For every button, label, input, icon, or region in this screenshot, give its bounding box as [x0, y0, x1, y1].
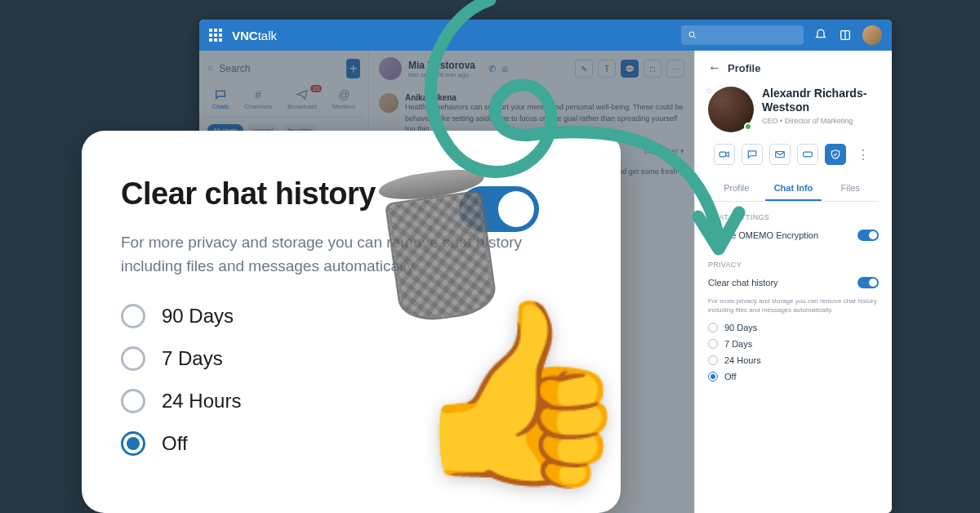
edit-icon[interactable]: ✎	[575, 60, 593, 78]
badge: 23	[310, 85, 322, 92]
chat-last-seen: last seen 28 min ago	[408, 71, 475, 78]
profile-name: Alexandr Richards-Westson	[762, 87, 879, 114]
bell-icon[interactable]	[813, 28, 828, 42]
text-icon[interactable]: T	[598, 60, 616, 78]
tab-files[interactable]: Files	[822, 176, 879, 201]
thumbs-up-icon: 👍	[408, 302, 632, 482]
mail-icon[interactable]	[769, 144, 791, 165]
tab-chat-info[interactable]: Chat Info	[765, 176, 822, 201]
svg-point-4	[208, 66, 212, 69]
chat-icon[interactable]	[742, 144, 763, 165]
profile-header-label: Profile	[728, 62, 760, 74]
tab-mention[interactable]: @Mention	[332, 88, 355, 110]
radio-24-hours[interactable]: 24 Hours	[708, 355, 879, 365]
tab-profile[interactable]: Profile	[708, 176, 765, 201]
phone-icon[interactable]: ✆	[488, 64, 496, 74]
brand-logo: VNCtalk	[232, 29, 277, 42]
video-call-icon[interactable]	[714, 144, 735, 165]
user-avatar[interactable]	[862, 25, 882, 45]
tab-broadcast[interactable]: Broadcast23	[287, 88, 317, 110]
svg-point-0	[689, 32, 694, 37]
tab-channels[interactable]: #Channels	[244, 88, 272, 110]
camera-icon[interactable]: □	[644, 60, 662, 78]
clear-history-toggle[interactable]	[858, 277, 879, 288]
chat-name: Mia Nestorova	[408, 60, 475, 71]
radio-off[interactable]: Off	[708, 372, 879, 381]
section-chat-settings: CHAT SETTINGS	[708, 213, 879, 221]
omemo-label: Enable OMEMO Encryption	[708, 230, 818, 240]
book-icon[interactable]	[838, 28, 853, 42]
apps-grid-icon[interactable]	[209, 29, 222, 42]
clear-history-label: Clear chat history	[708, 278, 778, 288]
presence-indicator	[744, 123, 752, 131]
message-avatar	[379, 93, 399, 113]
chat-bubble-icon[interactable]: 💬	[621, 60, 639, 78]
topbar: VNCtalk	[199, 20, 892, 51]
search-icon	[207, 64, 214, 74]
omemo-toggle[interactable]	[858, 230, 879, 241]
modal-description: For more privacy and storage you can rem…	[121, 231, 578, 278]
shield-check-icon[interactable]	[825, 144, 846, 165]
profile-avatar[interactable]	[708, 87, 754, 132]
svg-rect-8	[803, 152, 812, 157]
clear-history-desc: For more privacy and storage you can rem…	[708, 297, 879, 314]
svg-rect-6	[719, 152, 726, 157]
profile-panel: ← Profile ☆ Alexandr Richards-Westson CE…	[694, 51, 892, 513]
more-icon[interactable]: ⋯	[666, 60, 684, 78]
add-button[interactable]: +	[346, 59, 360, 78]
radio-7-days[interactable]: 7 Days	[708, 339, 879, 349]
sidebar-search-input[interactable]	[219, 63, 341, 74]
radio-90-days[interactable]: 90 Days	[708, 323, 879, 332]
clear-history-options: 90 Days 7 Days 24 Hours Off	[708, 323, 879, 381]
section-privacy: PRIVACY	[708, 261, 879, 269]
ticket-icon[interactable]	[797, 144, 818, 165]
panel-pointer	[839, 51, 855, 59]
video-icon[interactable]: ⎚	[502, 64, 508, 74]
tab-chats[interactable]: Chats	[212, 88, 229, 110]
svg-line-1	[694, 37, 697, 39]
more-vertical-icon[interactable]: ⋮	[853, 144, 874, 165]
profile-role: CEO • Director of Marketing	[762, 117, 879, 125]
svg-line-5	[212, 69, 213, 71]
chat-avatar[interactable]	[379, 57, 402, 80]
back-arrow-icon[interactable]: ←	[708, 60, 721, 75]
message-author: Anika Dikena	[405, 93, 684, 102]
global-search[interactable]	[681, 25, 804, 45]
